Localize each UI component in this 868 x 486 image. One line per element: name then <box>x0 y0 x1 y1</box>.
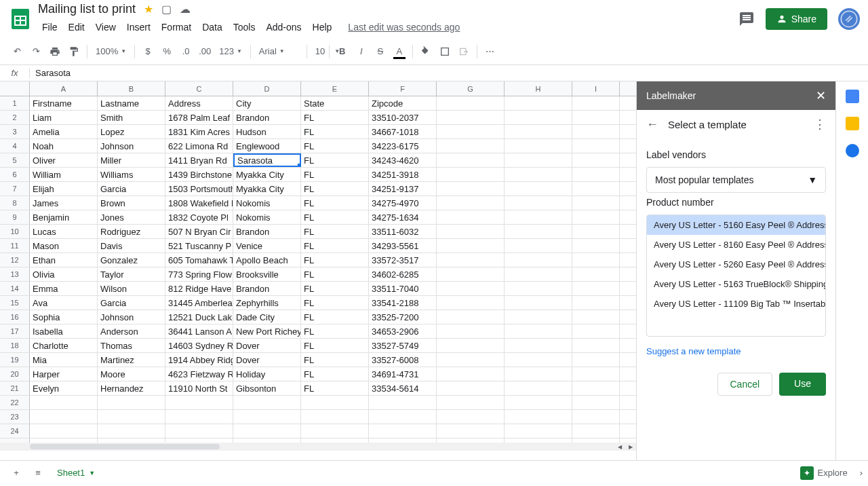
cell[interactable]: Hudson <box>233 125 301 138</box>
menu-data[interactable]: Data <box>198 20 226 34</box>
increase-decimal-button[interactable]: .00 <box>196 43 214 60</box>
menu-tools[interactable]: Tools <box>229 20 260 34</box>
menu-help[interactable]: Help <box>309 20 336 34</box>
cell[interactable] <box>98 410 165 424</box>
cell[interactable] <box>572 296 620 310</box>
print-button[interactable] <box>46 43 64 60</box>
cell[interactable] <box>437 296 505 310</box>
cell[interactable] <box>505 324 572 338</box>
cell[interactable]: Address <box>165 96 233 110</box>
cell[interactable]: 36441 Lanson A <box>165 324 233 338</box>
more-button[interactable]: ⋯ <box>481 43 499 60</box>
cell[interactable] <box>505 381 572 395</box>
cell[interactable] <box>437 139 505 153</box>
row-header[interactable]: 4 <box>0 139 30 153</box>
menu-view[interactable]: View <box>92 20 120 34</box>
cell[interactable]: FL <box>301 239 369 253</box>
borders-button[interactable] <box>436 43 454 60</box>
product-item[interactable]: Avery US Letter - 5163 TrueBlock® Shippi… <box>647 274 825 294</box>
number-format-dropdown[interactable]: 123▼ <box>215 43 246 60</box>
cell[interactable] <box>98 396 165 409</box>
row-header[interactable]: 7 <box>0 182 30 195</box>
cell[interactable] <box>572 96 620 110</box>
cell[interactable] <box>505 267 572 281</box>
cloud-icon[interactable]: ☁ <box>180 3 191 16</box>
cell[interactable] <box>505 353 572 367</box>
keep-icon[interactable] <box>846 117 859 130</box>
cell[interactable]: Dover <box>233 353 301 367</box>
cell[interactable] <box>437 111 505 124</box>
cell[interactable]: 1411 Bryan Rd <box>165 153 233 167</box>
col-header-B[interactable]: B <box>98 81 165 96</box>
cell[interactable]: 34691-4731 <box>369 367 437 381</box>
cell[interactable]: FL <box>301 324 369 338</box>
cell[interactable] <box>572 153 620 167</box>
calendar-icon[interactable] <box>846 90 859 103</box>
row-header[interactable]: 23 <box>0 410 30 424</box>
cell[interactable] <box>165 424 233 438</box>
row-header[interactable]: 15 <box>0 296 30 310</box>
cell[interactable] <box>572 282 620 295</box>
scroll-right-icon[interactable]: ▶ <box>625 443 636 451</box>
cell[interactable]: Liam <box>30 111 98 124</box>
text-color-button[interactable]: A <box>391 43 408 60</box>
cell[interactable]: 1832 Coyote Pl <box>165 210 233 224</box>
cell[interactable] <box>437 182 505 195</box>
cell[interactable]: 1914 Abbey Ridg <box>165 353 233 367</box>
cell[interactable] <box>98 424 165 438</box>
cell[interactable] <box>572 267 620 281</box>
cell[interactable]: 33534-5614 <box>369 381 437 395</box>
cell[interactable] <box>437 367 505 381</box>
move-icon[interactable]: ▢ <box>161 3 172 16</box>
cell[interactable]: Dade City <box>233 310 301 324</box>
cell[interactable]: FL <box>301 339 369 352</box>
cell[interactable] <box>437 267 505 281</box>
cell[interactable]: Lastname <box>98 96 165 110</box>
cell[interactable] <box>233 424 301 438</box>
cell[interactable]: City <box>233 96 301 110</box>
cell[interactable]: William <box>30 168 98 181</box>
cell[interactable]: 34251-3918 <box>369 168 437 181</box>
cell[interactable]: Johnson <box>98 139 165 153</box>
cell[interactable]: Myakka City <box>233 168 301 181</box>
cell[interactable]: Mia <box>30 353 98 367</box>
decrease-decimal-button[interactable]: .0 <box>177 43 195 60</box>
cell[interactable] <box>505 296 572 310</box>
cell[interactable]: Harper <box>30 367 98 381</box>
cell[interactable] <box>572 239 620 253</box>
cell[interactable]: Nokomis <box>233 210 301 224</box>
cell[interactable] <box>505 282 572 295</box>
cell[interactable] <box>505 168 572 181</box>
cell[interactable] <box>572 367 620 381</box>
cell[interactable] <box>437 96 505 110</box>
last-edit[interactable]: Last edit was seconds ago <box>344 20 464 34</box>
cell[interactable]: FL <box>301 253 369 267</box>
doc-title[interactable]: Mailing list to print <box>38 2 136 16</box>
horizontal-scrollbar[interactable]: ◀▶ <box>0 443 636 451</box>
cell[interactable] <box>165 396 233 409</box>
cell[interactable] <box>505 410 572 424</box>
cell[interactable] <box>369 396 437 409</box>
row-header[interactable]: 13 <box>0 267 30 281</box>
cell[interactable] <box>572 339 620 352</box>
cell[interactable]: Mason <box>30 239 98 253</box>
cell[interactable]: Firstname <box>30 96 98 110</box>
cell[interactable]: Nokomis <box>233 196 301 210</box>
cell[interactable]: FL <box>301 182 369 195</box>
cell[interactable]: Brooksville <box>233 267 301 281</box>
cell[interactable]: Moore <box>98 367 165 381</box>
cell[interactable]: Noah <box>30 139 98 153</box>
cell[interactable] <box>437 282 505 295</box>
row-header[interactable]: 14 <box>0 282 30 295</box>
cell[interactable]: FL <box>301 210 369 224</box>
cell[interactable]: Wilson <box>98 282 165 295</box>
cell[interactable]: 34223-6175 <box>369 139 437 153</box>
cell[interactable]: Lopez <box>98 125 165 138</box>
menu-addons[interactable]: Add-ons <box>262 20 305 34</box>
cell[interactable]: State <box>301 96 369 110</box>
menu-edit[interactable]: Edit <box>64 20 89 34</box>
cell[interactable] <box>505 111 572 124</box>
cell[interactable]: Brandon <box>233 282 301 295</box>
font-dropdown[interactable]: Arial▼ <box>255 43 302 60</box>
cell[interactable] <box>505 125 572 138</box>
